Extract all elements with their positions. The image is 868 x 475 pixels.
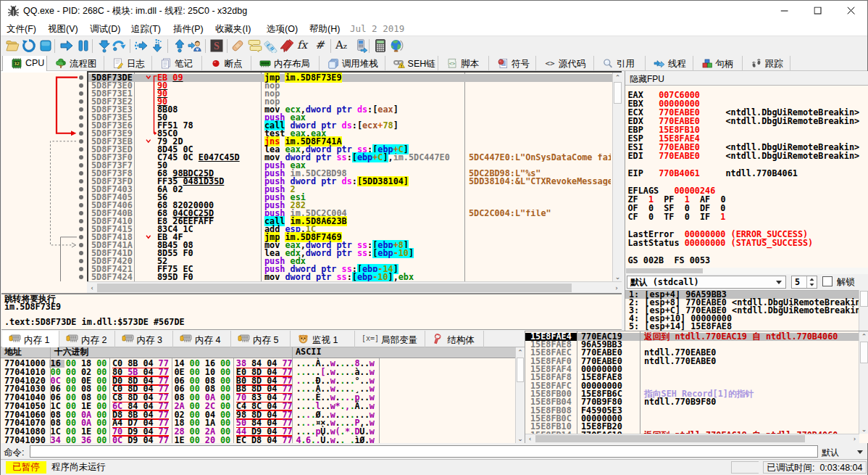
menu-view[interactable]: 视图(V) xyxy=(48,23,78,36)
disassembly-pane[interactable]: 5D8F73DEEB 09jmp im.5D8F73E95D8F73E090no… xyxy=(1,71,622,293)
disasm-vscrollbar[interactable]: ⌃ ⌄ xyxy=(612,73,622,281)
trace-over-icon[interactable] xyxy=(150,38,166,54)
scroll-up-arrow[interactable]: ⌃ xyxy=(516,347,525,357)
dump-row[interactable]: 7704104006000800C88D047708000A0070830477… xyxy=(1,394,525,402)
restart-icon[interactable] xyxy=(22,38,38,54)
view-tab-cpu[interactable]: 32CPU xyxy=(2,56,47,73)
trace-into-icon[interactable] xyxy=(134,38,150,54)
dump-tab-memory-1[interactable]: 内存 1 xyxy=(2,331,59,348)
minimize-button[interactable] xyxy=(768,1,801,21)
dump-tab-memory-2[interactable]: 内存 2 xyxy=(59,331,115,347)
globe-icon[interactable] xyxy=(389,38,405,54)
dump-pane[interactable]: 地址十六进制ASCII 7704100016001800C08B04771400… xyxy=(1,347,525,443)
view-tab-threads[interactable]: 线程 xyxy=(646,56,693,71)
dump-row[interactable]: 770410200C000E00D08D047706000800B08D0477… xyxy=(1,377,525,386)
scroll-down-arrow[interactable]: ⌄ xyxy=(613,272,622,281)
dump-row[interactable]: 7704106008000A00D88B047702000400988D0477… xyxy=(1,411,525,420)
view-tab-trace[interactable]: 跟踪 xyxy=(743,56,791,71)
registers-pane[interactable]: 隐藏FPU EAX 007C6000EBX 00000000ECX 770EAB… xyxy=(625,71,868,331)
register-line[interactable]: EDI 770EABE0 <ntdll.DbgUiRemoteBreakin> xyxy=(628,152,860,160)
dump-tab-memory-4[interactable]: 内存 4 xyxy=(173,331,231,347)
register-line[interactable]: CF 0 TF 0 IF 1 xyxy=(628,213,726,221)
menu-file[interactable]: 文件(F) xyxy=(7,23,36,36)
scroll-down-arrow[interactable]: ⌄ xyxy=(859,424,868,434)
menu-trace[interactable]: 追踪(T) xyxy=(131,23,161,36)
calculator-icon[interactable] xyxy=(373,38,389,54)
scroll-left-arrow[interactable]: ‹ xyxy=(87,282,97,293)
az-icon[interactable]: Az xyxy=(335,38,347,54)
dump-tab-memory-5[interactable]: 内存 5 xyxy=(231,331,291,347)
pause-icon[interactable] xyxy=(76,38,92,54)
scroll-up-arrow[interactable]: ⌃ xyxy=(613,73,622,82)
phone-icon[interactable] xyxy=(354,38,370,54)
dump-tab-memory-3[interactable]: 内存 3 xyxy=(115,331,174,347)
view-tab-seh[interactable]: !SEH链 xyxy=(385,56,438,71)
dump-row[interactable]: 77041090340036000CD904771E002000ECD80477… xyxy=(1,437,525,443)
command-input[interactable] xyxy=(30,445,818,458)
dump-row[interactable]: 7704100016001800C08B04771400160038840477… xyxy=(1,360,525,368)
fx-icon[interactable]: fx xyxy=(297,38,307,54)
stack-hscrollbar[interactable]: ‹ › xyxy=(525,434,859,443)
dump-tab-struct[interactable]: 结构体 xyxy=(425,331,484,347)
run-icon[interactable] xyxy=(59,38,75,54)
menu-options[interactable]: 选项(O) xyxy=(267,23,298,36)
dump-header-cell[interactable]: 地址 xyxy=(4,348,22,356)
open-folder-icon[interactable] xyxy=(5,38,21,54)
menu-debug[interactable]: 调试(D) xyxy=(90,23,120,36)
dump-row[interactable]: 770410801C001E0070D9047728002A0044D90477… xyxy=(1,428,525,437)
view-tab-graph[interactable]: 流程图 xyxy=(47,56,104,71)
stop-icon[interactable] xyxy=(38,38,54,54)
dump-tab-watch-1[interactable]: 监视 1 xyxy=(291,331,355,347)
scroll-right-arrow[interactable]: › xyxy=(612,282,622,293)
view-tab-symbol[interactable]: 符号 xyxy=(489,56,536,71)
scroll-right-arrow[interactable]: › xyxy=(850,434,859,443)
view-tab-bp[interactable]: 断点 xyxy=(202,56,252,71)
dump-tab-locals[interactable]: [x=]局部变量 xyxy=(355,331,425,347)
patch-icon[interactable] xyxy=(230,38,246,54)
dump-row[interactable]: 770410501C001E006C8404772A002C00C48C0477… xyxy=(1,402,525,411)
maximize-button[interactable] xyxy=(801,1,834,21)
view-tab-script[interactable]: <>脚本 xyxy=(438,56,489,71)
stepper-buttons[interactable] xyxy=(806,276,816,288)
stack-vscrollbar[interactable]: ⌃ ⌄ xyxy=(859,331,868,434)
scroll-left-arrow[interactable]: ‹ xyxy=(525,434,535,443)
scrollbar-thumb[interactable] xyxy=(626,268,703,273)
calling-convention-select[interactable]: 默认 (stdcall) xyxy=(627,276,786,289)
comments-icon[interactable] xyxy=(248,38,264,54)
view-tab-log[interactable]: 日志 xyxy=(104,56,152,71)
dump-row[interactable]: 7704101000000200805B04770E001000E08D0477… xyxy=(1,368,525,377)
run-user-code-icon[interactable] xyxy=(188,38,204,54)
dump-row[interactable]: 7704107008000A00A4D7047718001A0050840477… xyxy=(1,419,525,428)
source-s-icon[interactable]: S xyxy=(209,38,225,54)
bookmarks-icon[interactable] xyxy=(280,38,296,54)
step-over-icon[interactable] xyxy=(112,38,128,54)
scroll-up-arrow[interactable]: ⌃ xyxy=(859,331,868,341)
view-tab-callstack[interactable]: 调用堆栈 xyxy=(320,56,385,71)
register-line[interactable]: LastStatus 00000000 (STATUS_SUCCESS) xyxy=(628,239,814,247)
menu-favourites[interactable]: 收藏夹(I) xyxy=(215,23,251,36)
scroll-down-arrow[interactable]: ⌄ xyxy=(516,434,525,443)
argument-row[interactable]: 5: [esp+14] 15E8FAE8 xyxy=(625,323,868,331)
unlock-checkbox[interactable] xyxy=(822,276,832,286)
view-tab-handles[interactable]: 句柄 xyxy=(693,56,743,71)
scrollbar-thumb[interactable] xyxy=(614,82,622,104)
title-bar[interactable]: QQ.exe - PID: 268C - 模块: im.dll - 线程: 25… xyxy=(1,1,867,21)
labels-icon[interactable] xyxy=(264,38,280,54)
menu-help[interactable]: 帮助(H) xyxy=(309,23,340,36)
arguments-vscrollbar[interactable] xyxy=(859,290,868,331)
scrollbar-thumb[interactable] xyxy=(535,435,805,442)
view-tab-memmap[interactable]: 内存布局 xyxy=(251,56,320,71)
view-tab-source[interactable]: <>源代码 xyxy=(536,56,594,71)
close-button[interactable] xyxy=(835,1,867,21)
scrollbar-thumb[interactable] xyxy=(860,291,868,307)
dump-header-cell[interactable]: ASCII xyxy=(296,348,322,356)
step-into-icon[interactable] xyxy=(97,38,113,54)
dump-row[interactable]: 7704103006000800C08D047706000800B88D0477… xyxy=(1,385,525,394)
register-line[interactable]: EIP 770B4061 ntdll.770B4061 xyxy=(628,170,798,178)
command-script-select[interactable]: 默认 xyxy=(819,446,864,458)
register-line[interactable]: GS 002B FS 0053 xyxy=(628,257,711,265)
scrollbar-thumb[interactable] xyxy=(517,358,524,382)
menu-plugins[interactable]: 插件(P) xyxy=(173,23,204,36)
hide-fpu-button[interactable]: 隐藏FPU xyxy=(625,71,868,86)
arg-count-stepper[interactable]: 5 xyxy=(791,276,817,289)
